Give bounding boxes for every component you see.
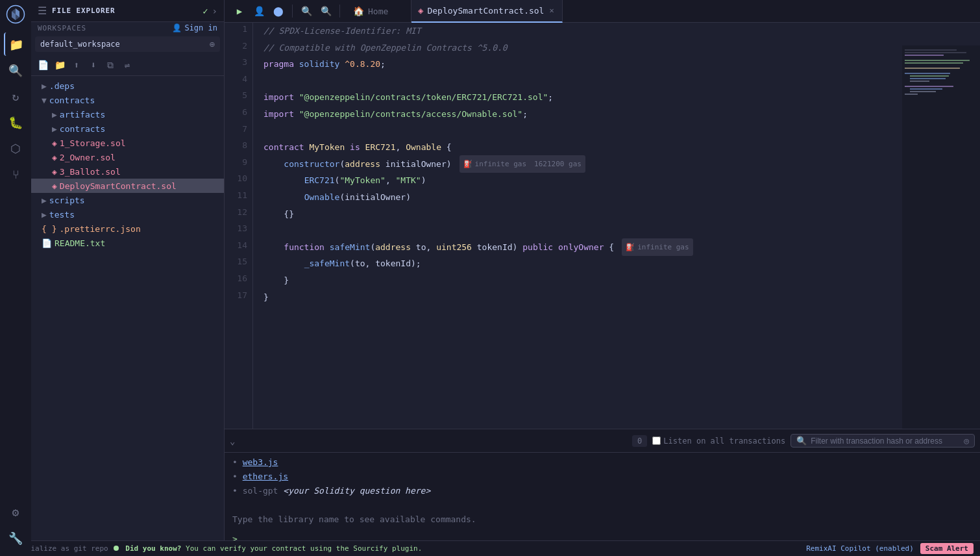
- tx-count: 0: [632, 435, 647, 447]
- code-line-16: }: [263, 272, 970, 289]
- svg-rect-1: [905, 49, 957, 51]
- toggle-icon[interactable]: ⬤: [270, 3, 287, 19]
- deploy-tab-close[interactable]: ✕: [548, 5, 555, 16]
- status-right: RemixAI Copilot (enabled) Scam Alert: [806, 543, 974, 554]
- tab-home[interactable]: 🏠 Home: [347, 0, 411, 23]
- create-workspace-icon[interactable]: ⧉: [103, 57, 118, 73]
- workspaces-row: WORKSPACES 👤 Sign in: [31, 22, 224, 34]
- svg-rect-14: [905, 94, 918, 95]
- code-line-2: // Compatible with OpenZeppelin Contract…: [263, 40, 970, 57]
- editor-area: ▶ 👤 ⬤ 🔍 🔍 🏠 Home ◈ DeploySmartContract.s…: [225, 0, 980, 556]
- tree-item-tests[interactable]: ▶ tests: [31, 207, 224, 221]
- did-you-know-prefix: Did you know?: [125, 544, 181, 553]
- did-you-know-text: You can verify your contract using the S…: [186, 544, 422, 553]
- connect-icon[interactable]: ⇌: [119, 57, 135, 73]
- tree-item-contracts-root[interactable]: ▼ contracts: [31, 93, 224, 107]
- terminal-line-webs3: • web3.js: [232, 455, 972, 470]
- deploy-tab-label: DeploySmartContract.sol: [427, 6, 544, 16]
- tree-item-prettierrc[interactable]: { } .prettierrc.json: [31, 221, 224, 236]
- svg-rect-13: [910, 91, 936, 92]
- home-tab-icon: 🏠: [353, 6, 364, 16]
- zoom-in-icon[interactable]: 🔍: [317, 3, 334, 19]
- listen-checkbox-input[interactable]: [652, 436, 661, 445]
- person-tab-icon[interactable]: 👤: [251, 3, 267, 19]
- code-line-7: [263, 123, 970, 140]
- status-bar: ⑂ Initialize as git repo Did you know? Y…: [0, 540, 980, 556]
- web3js-link[interactable]: web3.js: [243, 457, 278, 467]
- files-icon[interactable]: 📁: [4, 32, 27, 56]
- bottom-panel: ⌄ 0 Listen on all transactions 🔍 ◎: [225, 429, 980, 556]
- download-icon[interactable]: ⬇: [86, 57, 101, 73]
- code-line-11: Ownable(initialOwner): [263, 189, 970, 206]
- svg-rect-4: [905, 60, 970, 61]
- listen-checkbox[interactable]: Listen on all transactions: [652, 436, 785, 446]
- workspace-name: default_workspace: [40, 40, 120, 49]
- search-input[interactable]: [811, 436, 960, 446]
- status-left: ⑂ Initialize as git repo Did you know? Y…: [6, 544, 796, 553]
- tab-bar-actions: ▶ 👤 ⬤ 🔍 🔍: [227, 3, 347, 19]
- debug-icon[interactable]: 🐛: [4, 110, 27, 134]
- scam-alert[interactable]: Scam Alert: [920, 543, 974, 554]
- zoom-out-icon[interactable]: 🔍: [298, 3, 315, 19]
- terminal-line-library: Type the library name to see available c…: [232, 512, 972, 527]
- sidebar-toolbar: 📄 📁 ⬆ ⬇ ⧉ ⇌: [31, 55, 224, 76]
- tree-item-contracts-sub[interactable]: ▶ contracts: [31, 121, 224, 136]
- gas-badge-9: ⛽ infinite gas 1621200 gas: [459, 155, 585, 173]
- check-icon[interactable]: ✓: [202, 6, 208, 16]
- tree-item-storage-sol[interactable]: ◈ 1_Storage.sol: [31, 136, 224, 150]
- line-numbers: 12345 678910 1112131415 1617: [225, 23, 253, 429]
- gas-badge-14: ⛽ infinite gas: [622, 238, 692, 257]
- tab-deploy[interactable]: ◈ DeploySmartContract.sol ✕: [411, 0, 563, 23]
- code-line-14: function safeMint(address to, uint256 to…: [263, 239, 970, 256]
- activity-bar: 📁 🔍 ↻ 🐛 ⬡ ⑂ ⚙ 🔧: [0, 0, 31, 556]
- extensions-icon[interactable]: ⬡: [4, 136, 27, 160]
- ethersjs-link[interactable]: ethers.js: [243, 472, 288, 481]
- workspaces-label: WORKSPACES: [38, 24, 86, 32]
- file-tree: ▶ .deps ▼ contracts ▶ artifacts ▶ contra…: [31, 76, 224, 556]
- svg-rect-9: [910, 78, 946, 79]
- person-icon: 👤: [172, 23, 182, 32]
- tree-item-artifacts[interactable]: ▶ artifacts: [31, 107, 224, 121]
- workspace-selector[interactable]: default_workspace ⊕: [35, 36, 220, 52]
- wrench-icon[interactable]: 🔧: [4, 526, 27, 550]
- tree-item-readme[interactable]: 📄 README.txt: [31, 236, 224, 250]
- new-folder-icon[interactable]: 📁: [52, 57, 67, 73]
- sign-in-button[interactable]: 👤 Sign in: [172, 23, 217, 32]
- code-line-6: import "@openzeppelin/contracts/access/O…: [263, 106, 970, 123]
- status-dot: [114, 546, 119, 551]
- code-line-9: constructor(address initialOwner) ⛽ infi…: [263, 156, 970, 173]
- code-line-13: [263, 222, 970, 239]
- settings-icon[interactable]: ⚙: [4, 500, 27, 524]
- chevron-right-icon[interactable]: ›: [212, 6, 217, 16]
- sidebar-header: ☰ FILE EXPLORER ✓ ›: [31, 0, 224, 22]
- search-filter-icon[interactable]: ◎: [964, 436, 969, 446]
- tree-item-ballot-sol[interactable]: ◈ 3_Ballot.sol: [31, 164, 224, 179]
- source-control-icon[interactable]: ↻: [4, 84, 27, 108]
- svg-rect-6: [905, 68, 960, 69]
- did-you-know: Did you know? You can verify your contra…: [114, 544, 423, 553]
- new-file-icon[interactable]: 📄: [35, 57, 51, 73]
- code-line-17: }: [263, 289, 970, 306]
- code-line-1: // SPDX-License-Identifier: MIT: [263, 23, 970, 40]
- tree-item-deps[interactable]: ▶ .deps: [31, 79, 224, 93]
- tree-item-scripts[interactable]: ▶ scripts: [31, 193, 224, 207]
- code-content[interactable]: // SPDX-License-Identifier: MIT // Compa…: [253, 23, 980, 429]
- git-icon[interactable]: ⑂: [4, 162, 27, 186]
- remix-logo: [4, 3, 27, 26]
- terminal-line-solgpt: • sol-gpt <your Solidity question here>: [232, 484, 972, 498]
- hamburger-icon[interactable]: ☰: [38, 5, 47, 17]
- search-icon[interactable]: 🔍: [4, 58, 27, 82]
- search-bar: 🔍 ◎: [790, 434, 975, 448]
- tree-item-deploy-sol[interactable]: ◈ DeploySmartContract.sol: [31, 179, 224, 193]
- collapse-icon[interactable]: ⌄: [230, 436, 235, 446]
- code-line-8: contract MyToken is ERC721, Ownable {: [263, 139, 970, 156]
- listen-label: Listen on all transactions: [663, 436, 785, 446]
- svg-rect-8: [910, 75, 949, 77]
- svg-rect-7: [905, 73, 950, 74]
- search-bar-icon: 🔍: [796, 436, 807, 446]
- tree-item-owner-sol[interactable]: ◈ 2_Owner.sol: [31, 150, 224, 164]
- code-line-3: pragma solidity ^0.8.20;: [263, 56, 970, 73]
- upload-icon[interactable]: ⬆: [69, 57, 84, 73]
- code-editor[interactable]: 12345 678910 1112131415 1617 // SPDX-Lic…: [225, 23, 980, 429]
- run-button[interactable]: ▶: [231, 3, 248, 19]
